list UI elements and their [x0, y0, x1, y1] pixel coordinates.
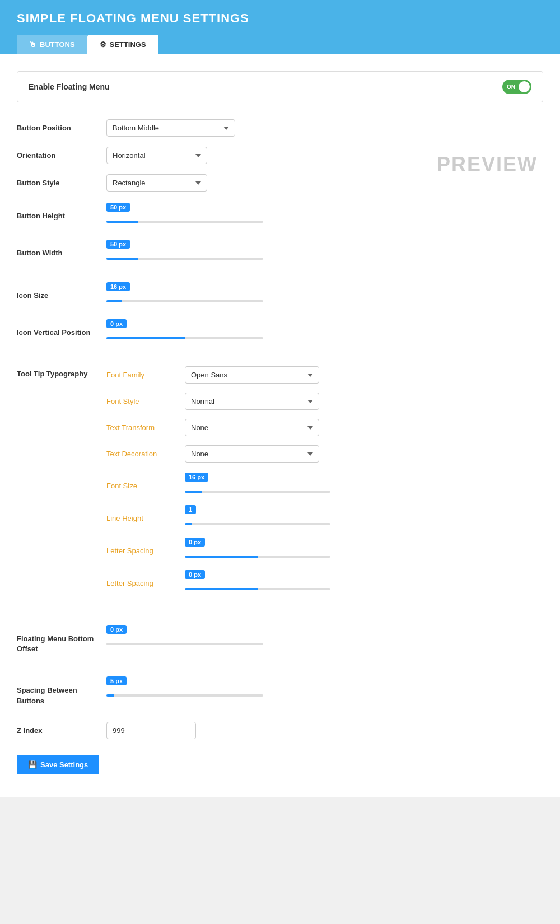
button-position-label: Button Position	[17, 124, 106, 132]
letter-spacing-1-label: Letter Spacing	[106, 536, 185, 555]
z-index-label: Z Index	[17, 726, 106, 735]
spacing-between-buttons-value: 5 px	[106, 676, 127, 685]
letter-spacing-2-control: 0 px	[185, 569, 330, 592]
font-size-slider[interactable]	[185, 491, 330, 493]
line-height-control: 1	[185, 504, 330, 528]
font-size-row: Font Size 16 px	[106, 472, 420, 495]
spacing-between-buttons-control: 5 px	[106, 675, 263, 699]
main-layout: Button Position Bottom MiddleBottom Left…	[17, 119, 543, 755]
cursor-icon: 🖱	[29, 40, 36, 49]
spacing-between-buttons-label: Spacing Between Buttons	[17, 675, 106, 706]
toggle-label: ON	[507, 84, 515, 90]
enable-toggle[interactable]: ON	[502, 80, 531, 94]
text-decoration-select[interactable]: NoneUnderlineOverlineLine-through	[185, 445, 319, 463]
line-height-value: 1	[185, 505, 196, 514]
line-height-row: Line Height 1	[106, 504, 420, 528]
letter-spacing-1-row: Letter Spacing 0 px	[106, 536, 420, 560]
button-position-row: Button Position Bottom MiddleBottom Left…	[17, 119, 420, 137]
button-height-row: Button Height 50 px	[17, 202, 420, 225]
letter-spacing-1-control: 0 px	[185, 536, 330, 560]
button-height-label: Button Height	[17, 202, 106, 220]
header: SIMPLE FLOATING MENU SETTINGS 🖱 BUTTONS …	[0, 0, 560, 54]
tab-settings-label: SETTINGS	[110, 40, 146, 49]
orientation-select[interactable]: HorizontalVertical	[106, 147, 207, 164]
icon-vertical-position-row: Icon Vertical Position 0 px	[17, 318, 420, 342]
save-settings-button[interactable]: 💾 Save Settings	[17, 755, 99, 774]
z-index-input[interactable]	[106, 722, 196, 739]
tab-settings[interactable]: ⚙ SETTINGS	[87, 35, 158, 54]
tab-bar: 🖱 BUTTONS ⚙ SETTINGS	[17, 35, 543, 54]
bottom-offset-slider[interactable]	[106, 643, 263, 645]
icon-size-label: Icon Size	[17, 281, 106, 300]
font-family-label: Font Family	[106, 371, 185, 379]
icon-vertical-position-label: Icon Vertical Position	[17, 318, 106, 337]
icon-vertical-position-control: 0 px	[106, 318, 263, 342]
button-width-label: Button Width	[17, 239, 106, 257]
spacing-between-buttons-row: Spacing Between Buttons 5 px	[17, 675, 420, 706]
text-transform-row: Text Transform NoneUppercaseLowercaseCap…	[106, 419, 420, 436]
tab-buttons[interactable]: 🖱 BUTTONS	[17, 35, 87, 54]
button-width-slider[interactable]	[106, 258, 263, 260]
preview-label: PREVIEW	[437, 153, 538, 176]
letter-spacing-2-label: Letter Spacing	[106, 569, 185, 587]
typography-section-label: Tool Tip Typography	[17, 366, 106, 601]
letter-spacing-1-slider[interactable]	[185, 556, 330, 558]
icon-size-slider[interactable]	[106, 300, 263, 302]
orientation-row: Orientation HorizontalVertical	[17, 147, 420, 164]
font-style-label: Font Style	[106, 397, 185, 405]
button-height-slider[interactable]	[106, 221, 263, 223]
letter-spacing-1-value: 0 px	[185, 538, 205, 547]
line-height-label: Line Height	[106, 504, 185, 522]
typography-fields: Font Family Open SansArialHelveticaGeorg…	[106, 366, 420, 601]
enable-floating-menu-row: Enable Floating Menu ON	[17, 71, 543, 102]
icon-size-row: Icon Size 16 px	[17, 281, 420, 305]
text-transform-select[interactable]: NoneUppercaseLowercaseCapitalize	[185, 419, 319, 436]
button-style-select[interactable]: RectangleCircleSquare	[106, 174, 207, 192]
icon-size-value: 16 px	[106, 282, 130, 291]
icon-vertical-position-slider[interactable]	[106, 337, 263, 339]
button-width-control: 50 px	[106, 239, 263, 262]
text-decoration-row: Text Decoration NoneUnderlineOverlineLin…	[106, 445, 420, 463]
button-height-control: 50 px	[106, 202, 263, 225]
letter-spacing-2-slider[interactable]	[185, 588, 330, 590]
font-size-control: 16 px	[185, 472, 330, 495]
typography-section: Tool Tip Typography Font Family Open San…	[17, 366, 420, 601]
orientation-label: Orientation	[17, 151, 106, 160]
preview-area: PREVIEW	[431, 119, 543, 755]
icon-vertical-position-value: 0 px	[106, 319, 127, 328]
letter-spacing-2-row: Letter Spacing 0 px	[106, 569, 420, 592]
bottom-offset-control: 0 px	[106, 624, 263, 647]
bottom-offset-value: 0 px	[106, 625, 127, 634]
button-width-row: Button Width 50 px	[17, 239, 420, 262]
line-height-slider[interactable]	[185, 523, 330, 525]
gear-icon: ⚙	[100, 40, 106, 49]
letter-spacing-2-value: 0 px	[185, 570, 205, 579]
enable-floating-menu-label: Enable Floating Menu	[29, 82, 110, 91]
button-height-value: 50 px	[106, 203, 130, 212]
bottom-offset-label: Floating Menu Bottom Offset	[17, 624, 106, 654]
button-style-row: Button Style RectangleCircleSquare	[17, 174, 420, 192]
left-column: Button Position Bottom MiddleBottom Left…	[17, 119, 420, 755]
button-position-select[interactable]: Bottom MiddleBottom LeftBottom RightTop …	[106, 119, 235, 137]
toggle-knob	[519, 81, 530, 92]
font-style-row: Font Style NormalItalicOblique	[106, 393, 420, 410]
bottom-offset-row: Floating Menu Bottom Offset 0 px	[17, 624, 420, 654]
tab-buttons-label: BUTTONS	[40, 40, 75, 49]
content-area: Enable Floating Menu ON Button Position …	[0, 54, 560, 797]
spacing-between-buttons-slider[interactable]	[106, 694, 263, 697]
font-family-select[interactable]: Open SansArialHelveticaGeorgiaTimes New …	[185, 366, 319, 384]
font-size-label: Font Size	[106, 472, 185, 490]
text-decoration-label: Text Decoration	[106, 450, 185, 458]
button-style-label: Button Style	[17, 179, 106, 187]
z-index-row: Z Index	[17, 722, 420, 739]
button-width-value: 50 px	[106, 240, 130, 249]
page-title: SIMPLE FLOATING MENU SETTINGS	[17, 11, 543, 26]
icon-size-control: 16 px	[106, 281, 263, 305]
font-size-value: 16 px	[185, 473, 208, 482]
text-transform-label: Text Transform	[106, 423, 185, 432]
font-style-select[interactable]: NormalItalicOblique	[185, 393, 319, 410]
save-button-label: Save Settings	[40, 760, 88, 769]
save-icon: 💾	[28, 760, 37, 769]
font-family-row: Font Family Open SansArialHelveticaGeorg…	[106, 366, 420, 384]
